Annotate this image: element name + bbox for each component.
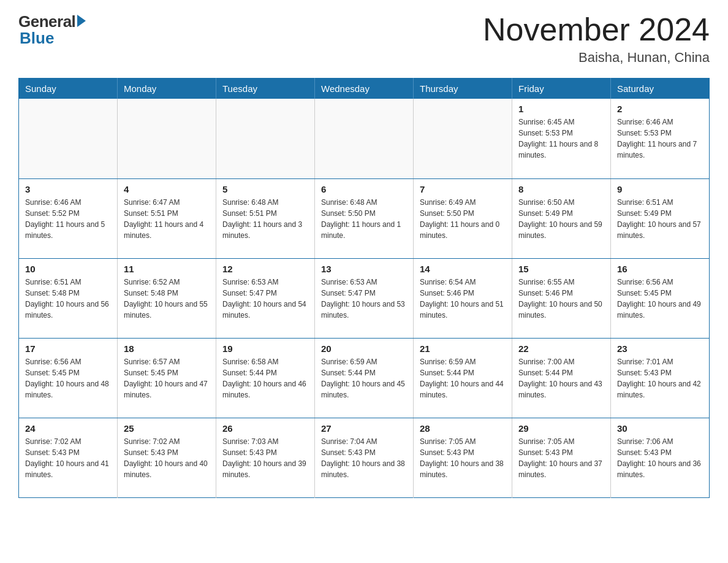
day-number: 27 (321, 423, 407, 434)
day-number: 8 (518, 184, 604, 194)
day-info: Sunrise: 6:51 AMSunset: 5:48 PMDaylight:… (25, 277, 111, 321)
day-info: Sunrise: 6:52 AMSunset: 5:48 PMDaylight:… (124, 277, 210, 321)
calendar-cell: 30Sunrise: 7:06 AMSunset: 5:43 PMDayligh… (611, 418, 710, 497)
calendar-cell: 7Sunrise: 6:49 AMSunset: 5:50 PMDaylight… (414, 178, 512, 258)
day-info: Sunrise: 6:59 AMSunset: 5:44 PMDaylight:… (321, 356, 407, 400)
day-info: Sunrise: 6:47 AMSunset: 5:51 PMDaylight:… (124, 197, 210, 241)
header: General Blue November 2024 Baisha, Hunan… (18, 12, 710, 66)
calendar-cell: 25Sunrise: 7:02 AMSunset: 5:43 PMDayligh… (118, 418, 216, 497)
calendar-header-saturday: Saturday (611, 79, 710, 99)
calendar-cell: 16Sunrise: 6:56 AMSunset: 5:45 PMDayligh… (611, 258, 710, 338)
day-info: Sunrise: 7:02 AMSunset: 5:43 PMDaylight:… (124, 436, 210, 480)
day-info: Sunrise: 7:02 AMSunset: 5:43 PMDaylight:… (25, 436, 111, 480)
day-number: 24 (25, 423, 111, 434)
calendar-cell: 11Sunrise: 6:52 AMSunset: 5:48 PMDayligh… (118, 258, 216, 338)
day-number: 14 (420, 264, 506, 274)
day-number: 29 (518, 423, 604, 434)
day-number: 26 (222, 423, 308, 434)
calendar-cell: 2Sunrise: 6:46 AMSunset: 5:53 PMDaylight… (611, 99, 710, 178)
calendar-cell: 10Sunrise: 6:51 AMSunset: 5:48 PMDayligh… (19, 258, 118, 338)
day-info: Sunrise: 7:00 AMSunset: 5:44 PMDaylight:… (518, 356, 604, 400)
day-info: Sunrise: 6:45 AMSunset: 5:53 PMDaylight:… (518, 117, 604, 161)
day-number: 17 (25, 343, 111, 354)
calendar-header-tuesday: Tuesday (216, 79, 315, 99)
calendar-cell: 19Sunrise: 6:58 AMSunset: 5:44 PMDayligh… (216, 338, 315, 418)
calendar-week-1: 1Sunrise: 6:45 AMSunset: 5:53 PMDaylight… (19, 99, 710, 178)
month-title: November 2024 (483, 12, 710, 47)
day-info: Sunrise: 6:55 AMSunset: 5:46 PMDaylight:… (518, 277, 604, 321)
calendar-cell (19, 99, 118, 178)
day-info: Sunrise: 7:06 AMSunset: 5:43 PMDaylight:… (617, 436, 703, 480)
day-info: Sunrise: 7:01 AMSunset: 5:43 PMDaylight:… (617, 356, 703, 400)
title-area: November 2024 Baisha, Hunan, China (483, 12, 710, 66)
calendar-week-3: 10Sunrise: 6:51 AMSunset: 5:48 PMDayligh… (19, 258, 710, 338)
day-info: Sunrise: 6:59 AMSunset: 5:44 PMDaylight:… (420, 356, 506, 400)
logo-triangle-icon (77, 15, 86, 27)
day-info: Sunrise: 6:56 AMSunset: 5:45 PMDaylight:… (617, 277, 703, 321)
calendar-week-5: 24Sunrise: 7:02 AMSunset: 5:43 PMDayligh… (19, 418, 710, 497)
calendar-cell (118, 99, 216, 178)
calendar-cell: 22Sunrise: 7:00 AMSunset: 5:44 PMDayligh… (512, 338, 611, 418)
day-number: 20 (321, 343, 407, 354)
calendar-cell: 5Sunrise: 6:48 AMSunset: 5:51 PMDaylight… (216, 178, 315, 258)
day-number: 9 (617, 184, 703, 194)
day-number: 18 (124, 343, 210, 354)
calendar-cell: 17Sunrise: 6:56 AMSunset: 5:45 PMDayligh… (19, 338, 118, 418)
calendar-cell: 15Sunrise: 6:55 AMSunset: 5:46 PMDayligh… (512, 258, 611, 338)
calendar-cell: 23Sunrise: 7:01 AMSunset: 5:43 PMDayligh… (611, 338, 710, 418)
calendar-header-wednesday: Wednesday (315, 79, 414, 99)
calendar-cell (315, 99, 414, 178)
calendar-cell: 3Sunrise: 6:46 AMSunset: 5:52 PMDaylight… (19, 178, 118, 258)
day-number: 11 (124, 264, 210, 274)
day-info: Sunrise: 6:58 AMSunset: 5:44 PMDaylight:… (222, 356, 308, 400)
calendar-cell: 20Sunrise: 6:59 AMSunset: 5:44 PMDayligh… (315, 338, 414, 418)
day-number: 2 (617, 104, 703, 114)
day-number: 7 (420, 184, 506, 194)
day-number: 4 (124, 184, 210, 194)
day-number: 6 (321, 184, 407, 194)
calendar-header-monday: Monday (118, 79, 216, 99)
calendar-table: SundayMondayTuesdayWednesdayThursdayFrid… (18, 78, 710, 498)
day-number: 13 (321, 264, 407, 274)
calendar-cell (216, 99, 315, 178)
calendar-cell: 27Sunrise: 7:04 AMSunset: 5:43 PMDayligh… (315, 418, 414, 497)
calendar-cell: 14Sunrise: 6:54 AMSunset: 5:46 PMDayligh… (414, 258, 512, 338)
day-number: 28 (420, 423, 506, 434)
day-number: 16 (617, 264, 703, 274)
day-info: Sunrise: 7:03 AMSunset: 5:43 PMDaylight:… (222, 436, 308, 480)
day-number: 3 (25, 184, 111, 194)
day-number: 10 (25, 264, 111, 274)
day-info: Sunrise: 6:57 AMSunset: 5:45 PMDaylight:… (124, 356, 210, 400)
logo: General Blue (18, 12, 86, 48)
day-number: 23 (617, 343, 703, 354)
day-number: 15 (518, 264, 604, 274)
calendar-cell: 29Sunrise: 7:05 AMSunset: 5:43 PMDayligh… (512, 418, 611, 497)
day-info: Sunrise: 7:04 AMSunset: 5:43 PMDaylight:… (321, 436, 407, 480)
day-info: Sunrise: 6:49 AMSunset: 5:50 PMDaylight:… (420, 197, 506, 241)
calendar-header-sunday: Sunday (19, 79, 118, 99)
day-info: Sunrise: 6:48 AMSunset: 5:50 PMDaylight:… (321, 197, 407, 241)
day-number: 25 (124, 423, 210, 434)
calendar-cell: 24Sunrise: 7:02 AMSunset: 5:43 PMDayligh… (19, 418, 118, 497)
calendar-body: 1Sunrise: 6:45 AMSunset: 5:53 PMDaylight… (19, 99, 710, 497)
day-info: Sunrise: 6:53 AMSunset: 5:47 PMDaylight:… (222, 277, 308, 321)
calendar-cell (414, 99, 512, 178)
day-info: Sunrise: 6:50 AMSunset: 5:49 PMDaylight:… (518, 197, 604, 241)
day-info: Sunrise: 6:46 AMSunset: 5:53 PMDaylight:… (617, 117, 703, 161)
calendar-cell: 26Sunrise: 7:03 AMSunset: 5:43 PMDayligh… (216, 418, 315, 497)
day-number: 1 (518, 104, 604, 114)
calendar-cell: 12Sunrise: 6:53 AMSunset: 5:47 PMDayligh… (216, 258, 315, 338)
calendar-header-row: SundayMondayTuesdayWednesdayThursdayFrid… (19, 79, 710, 99)
day-info: Sunrise: 6:46 AMSunset: 5:52 PMDaylight:… (25, 197, 111, 241)
calendar-cell: 6Sunrise: 6:48 AMSunset: 5:50 PMDaylight… (315, 178, 414, 258)
day-info: Sunrise: 6:53 AMSunset: 5:47 PMDaylight:… (321, 277, 407, 321)
calendar-week-2: 3Sunrise: 6:46 AMSunset: 5:52 PMDaylight… (19, 178, 710, 258)
day-info: Sunrise: 6:48 AMSunset: 5:51 PMDaylight:… (222, 197, 308, 241)
calendar-cell: 4Sunrise: 6:47 AMSunset: 5:51 PMDaylight… (118, 178, 216, 258)
day-info: Sunrise: 6:56 AMSunset: 5:45 PMDaylight:… (25, 356, 111, 400)
calendar-cell: 13Sunrise: 6:53 AMSunset: 5:47 PMDayligh… (315, 258, 414, 338)
day-info: Sunrise: 7:05 AMSunset: 5:43 PMDaylight:… (420, 436, 506, 480)
calendar-cell: 28Sunrise: 7:05 AMSunset: 5:43 PMDayligh… (414, 418, 512, 497)
day-number: 30 (617, 423, 703, 434)
day-number: 21 (420, 343, 506, 354)
